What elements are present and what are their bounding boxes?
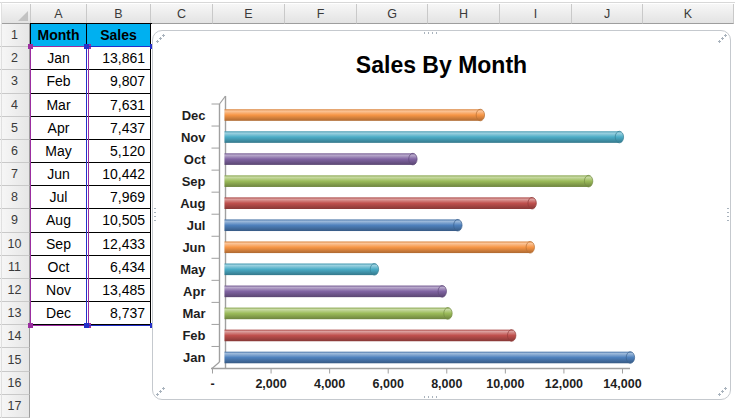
bar-mar[interactable] [225,308,448,320]
category-label-dec[interactable]: Dec [182,108,206,123]
column-header-j[interactable]: J [572,4,643,24]
category-label-apr[interactable]: Apr [183,284,205,299]
x-axis-label[interactable]: 8,000 [431,377,462,391]
chart-handle-corner[interactable] [718,387,727,396]
category-label-may[interactable]: May [180,262,206,277]
row-header-5[interactable]: 5 [0,117,30,140]
bar-dec[interactable] [225,109,481,121]
bar-jul[interactable] [225,219,458,231]
bar-cap-feb[interactable] [507,330,515,342]
row-header-14[interactable]: 14 [0,325,30,348]
bar-cap-may[interactable] [370,264,378,276]
category-label-sep[interactable]: Sep [182,174,206,189]
cell-sales-dec[interactable]: 8,737 [87,302,151,325]
x-axis-label[interactable]: 12,000 [545,377,583,391]
cell-sales-jun[interactable]: 10,442 [87,163,151,186]
row-header-10[interactable]: 10 [0,233,30,256]
bar-oct[interactable] [225,153,413,165]
bar-apr[interactable] [225,286,443,298]
row-header-16[interactable]: 16 [0,372,30,395]
cell-sales-jan[interactable]: 13,861 [87,47,151,70]
cell-month-sep[interactable]: Sep [31,233,87,256]
bar-jan[interactable] [225,352,631,364]
bar-jun[interactable] [225,241,531,253]
category-label-aug[interactable]: Aug [180,196,205,211]
cell-sales-sep[interactable]: 12,433 [87,233,151,256]
category-label-oct[interactable]: Oct [184,152,206,167]
x-axis-label[interactable]: 10,000 [486,377,524,391]
category-label-feb[interactable]: Feb [182,328,205,343]
column-header-e[interactable]: E [213,4,285,24]
cell-month-dec[interactable]: Dec [31,302,87,325]
table-header-sales[interactable]: Sales [87,24,151,47]
bar-may[interactable] [225,264,375,276]
cell-month-mar[interactable]: Mar [31,94,87,117]
x-axis-label[interactable]: 14,000 [603,377,641,391]
cell-sales-oct[interactable]: 6,434 [87,256,151,279]
cell-sales-apr[interactable]: 7,437 [87,117,151,140]
bar-sep[interactable] [225,175,589,187]
cell-sales-jul[interactable]: 7,969 [87,186,151,209]
column-header-c[interactable]: C [151,4,213,24]
x-axis-label[interactable]: 2,000 [255,377,286,391]
row-header-8[interactable]: 8 [0,186,30,209]
column-header-b[interactable]: B [87,4,151,24]
cell-sales-may[interactable]: 5,120 [87,140,151,163]
cell-month-jul[interactable]: Jul [31,186,87,209]
category-label-nov[interactable]: Nov [181,130,206,145]
cell-sales-feb[interactable]: 9,807 [87,70,151,93]
chart-handle-corner[interactable] [156,34,165,43]
bar-cap-jan[interactable] [626,352,634,364]
chart-object[interactable]: Sales By Month -2,0004,0006,0008,00010,0… [152,30,731,400]
row-header-15[interactable]: 15 [0,348,30,371]
row-header-9[interactable]: 9 [0,209,30,232]
bar-cap-apr[interactable] [438,286,446,298]
bar-cap-dec[interactable] [476,109,484,121]
bar-feb[interactable] [225,330,512,342]
row-header-4[interactable]: 4 [0,94,30,117]
column-header-f[interactable]: F [285,4,357,24]
plot-area[interactable]: -2,0004,0006,0008,00010,00012,00014,000D… [153,59,732,399]
select-all-corner[interactable] [1,4,31,24]
column-header-a[interactable]: A [31,4,87,24]
column-header-k[interactable]: K [643,4,734,24]
bar-cap-jul[interactable] [454,219,462,231]
cell-sales-aug[interactable]: 10,505 [87,209,151,232]
row-header-1[interactable]: 1 [0,24,30,47]
bar-cap-mar[interactable] [444,308,452,320]
bar-nov[interactable] [225,131,620,143]
row-header-2[interactable]: 2 [0,47,30,70]
chart-handle-right[interactable] [727,208,729,223]
cell-month-aug[interactable]: Aug [31,209,87,232]
cell-month-may[interactable]: May [31,140,87,163]
chart-handle-corner[interactable] [718,34,727,43]
row-header-6[interactable]: 6 [0,140,30,163]
row-header-17[interactable]: 17 [0,395,30,418]
cell-sales-mar[interactable]: 7,631 [87,94,151,117]
column-header-i[interactable]: I [500,4,572,24]
table-header-month[interactable]: Month [31,24,87,47]
bar-cap-nov[interactable] [615,131,623,143]
cell-month-jun[interactable]: Jun [31,163,87,186]
x-axis-label[interactable]: 6,000 [373,377,404,391]
chart-handle-bottom[interactable] [424,396,439,398]
bar-cap-oct[interactable] [409,153,417,165]
category-label-jun[interactable]: Jun [182,240,205,255]
cell-month-oct[interactable]: Oct [31,256,87,279]
x-axis-label[interactable]: - [210,377,214,391]
row-header-3[interactable]: 3 [0,70,30,93]
category-label-jul[interactable]: Jul [187,218,206,233]
category-label-mar[interactable]: Mar [182,306,205,321]
column-header-h[interactable]: H [428,4,500,24]
cell-month-apr[interactable]: Apr [31,117,87,140]
row-header-12[interactable]: 12 [0,279,30,302]
bar-cap-sep[interactable] [584,175,592,187]
row-header-13[interactable]: 13 [0,302,30,325]
chart-handle-top[interactable] [424,32,439,34]
bar-aug[interactable] [225,197,533,209]
category-label-jan[interactable]: Jan [183,350,205,365]
cell-month-feb[interactable]: Feb [31,70,87,93]
bar-cap-aug[interactable] [528,197,536,209]
cell-sales-nov[interactable]: 13,485 [87,279,151,302]
chart-handle-corner[interactable] [156,387,165,396]
